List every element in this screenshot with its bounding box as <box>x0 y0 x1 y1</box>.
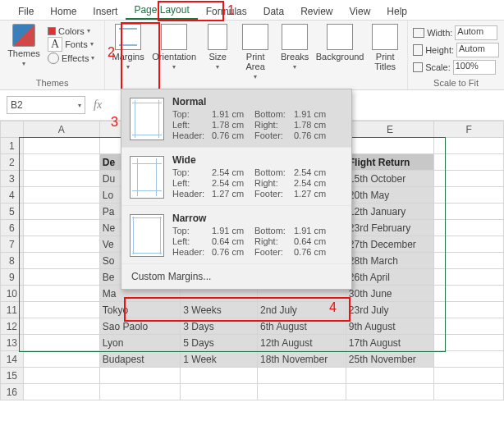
row-header-8[interactable]: 8 <box>1 253 24 269</box>
cell-E10[interactable]: 30th June <box>346 286 434 302</box>
cell-B16[interactable] <box>99 384 181 400</box>
select-all-corner[interactable] <box>1 121 24 138</box>
cell-E12[interactable]: 9th August <box>346 318 434 335</box>
tab-page-layout[interactable]: Page Layout <box>126 1 197 20</box>
cell-A2[interactable] <box>23 154 99 171</box>
cell-E16[interactable] <box>346 384 434 400</box>
cell-A12[interactable] <box>23 318 99 335</box>
fx-icon[interactable]: fx <box>94 98 102 112</box>
cell-A8[interactable] <box>23 253 99 269</box>
print-titles-button[interactable]: Print Titles <box>368 22 402 80</box>
cell-E6[interactable]: 23rd February <box>346 220 434 236</box>
row-header-15[interactable]: 15 <box>1 368 24 384</box>
cell-B11[interactable]: Tokyo <box>99 302 181 318</box>
custom-margins-button[interactable]: Custom Margins... <box>121 264 351 289</box>
cell-E1[interactable] <box>346 138 434 154</box>
tab-home[interactable]: Home <box>42 2 85 20</box>
name-box[interactable]: B2 ▾ <box>7 96 85 114</box>
cell-F14[interactable] <box>434 351 504 368</box>
row-header-4[interactable]: 4 <box>1 187 24 204</box>
size-button[interactable]: Size ▾ <box>202 22 233 80</box>
cell-F4[interactable] <box>434 187 504 204</box>
row-header-9[interactable]: 9 <box>1 269 24 286</box>
cell-B14[interactable]: Budapest <box>99 351 181 368</box>
margins-option-wide[interactable]: WideTop:2.54 cmBottom:2.54 cmLeft:2.54 c… <box>121 148 351 206</box>
col-header-A[interactable]: A <box>23 121 99 138</box>
cell-F6[interactable] <box>434 220 504 236</box>
cell-B15[interactable] <box>99 368 181 384</box>
row-header-10[interactable]: 10 <box>1 286 24 302</box>
cell-E9[interactable]: 26th April <box>346 269 434 286</box>
row-header-5[interactable]: 5 <box>1 204 24 220</box>
tab-view[interactable]: View <box>341 2 379 20</box>
cell-F3[interactable] <box>434 171 504 187</box>
cell-E8[interactable]: 28th March <box>346 253 434 269</box>
breaks-button[interactable]: Breaks ▾ <box>277 22 312 80</box>
cell-A13[interactable] <box>23 335 99 351</box>
cell-A1[interactable] <box>23 138 99 154</box>
cell-A5[interactable] <box>23 204 99 220</box>
cell-E14[interactable]: 25th November <box>346 351 434 368</box>
tab-insert[interactable]: Insert <box>85 2 126 20</box>
width-input[interactable]: Autom <box>455 25 497 40</box>
cell-A6[interactable] <box>23 220 99 236</box>
cell-E4[interactable]: 20th May <box>346 187 434 204</box>
row-header-16[interactable]: 16 <box>1 384 24 400</box>
cell-C14[interactable]: 1 Week <box>181 351 258 368</box>
cell-D13[interactable]: 12th August <box>258 335 346 351</box>
margins-button[interactable]: Margins ▾ <box>110 22 146 80</box>
cell-E3[interactable]: 15th October <box>346 171 434 187</box>
cell-F5[interactable] <box>434 204 504 220</box>
cell-F7[interactable] <box>434 236 504 253</box>
tab-file[interactable]: File <box>10 2 42 20</box>
row-header-7[interactable]: 7 <box>1 236 24 253</box>
cell-D16[interactable] <box>258 384 346 400</box>
row-header-11[interactable]: 11 <box>1 302 24 318</box>
cell-E2[interactable]: Flight Return <box>346 154 434 171</box>
cell-F11[interactable] <box>434 302 504 318</box>
cell-F8[interactable] <box>434 253 504 269</box>
col-header-E[interactable]: E <box>346 121 434 138</box>
cell-A7[interactable] <box>23 236 99 253</box>
tab-data[interactable]: Data <box>255 2 292 20</box>
cell-A3[interactable] <box>23 171 99 187</box>
effects-button[interactable]: Effects▾ <box>48 53 94 64</box>
row-header-13[interactable]: 13 <box>1 335 24 351</box>
cell-D12[interactable]: 6th August <box>258 318 346 335</box>
row-header-3[interactable]: 3 <box>1 171 24 187</box>
background-button[interactable]: Background <box>317 22 363 80</box>
cell-F10[interactable] <box>434 286 504 302</box>
cell-F2[interactable] <box>434 154 504 171</box>
cell-E15[interactable] <box>346 368 434 384</box>
cell-D15[interactable] <box>258 368 346 384</box>
cell-C11[interactable]: 3 Weeks <box>181 302 258 318</box>
cell-F12[interactable] <box>434 318 504 335</box>
tab-formulas[interactable]: Formulas <box>198 2 255 20</box>
cell-A9[interactable] <box>23 269 99 286</box>
themes-button[interactable]: Themes ▾ <box>5 22 43 67</box>
cell-F15[interactable] <box>434 368 504 384</box>
colors-button[interactable]: Colors▾ <box>48 26 94 36</box>
cell-A4[interactable] <box>23 187 99 204</box>
cell-C15[interactable] <box>181 368 258 384</box>
cell-E13[interactable]: 17th August <box>346 335 434 351</box>
cell-B12[interactable]: Sao Paolo <box>99 318 181 335</box>
cell-F1[interactable] <box>434 138 504 154</box>
row-header-12[interactable]: 12 <box>1 318 24 335</box>
cell-F16[interactable] <box>434 384 504 400</box>
row-header-6[interactable]: 6 <box>1 220 24 236</box>
row-header-2[interactable]: 2 <box>1 154 24 171</box>
col-header-F[interactable]: F <box>434 121 504 138</box>
tab-help[interactable]: Help <box>378 2 415 20</box>
cell-A14[interactable] <box>23 351 99 368</box>
cell-F13[interactable] <box>434 335 504 351</box>
row-header-1[interactable]: 1 <box>1 138 24 154</box>
height-input[interactable]: Autom <box>456 43 499 57</box>
cell-C16[interactable] <box>181 384 258 400</box>
cell-E5[interactable]: 12th January <box>346 204 434 220</box>
cell-C13[interactable]: 5 Days <box>181 335 258 351</box>
fonts-button[interactable]: AFonts▾ <box>48 37 94 52</box>
cell-B13[interactable]: Lyon <box>99 335 181 351</box>
cell-A11[interactable] <box>23 302 99 318</box>
scale-input[interactable]: 100% <box>453 60 496 75</box>
